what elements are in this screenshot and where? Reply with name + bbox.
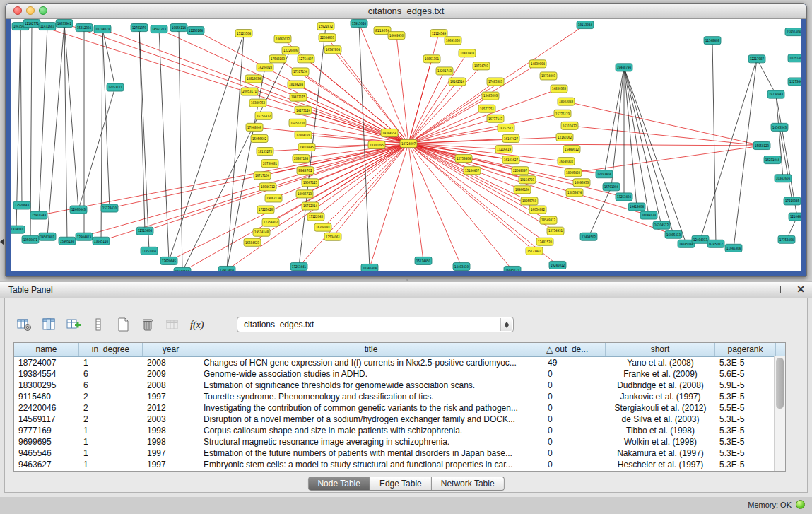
graph-node[interactable]: 16231044 xyxy=(764,156,781,164)
graph-node[interactable]: 14403410 xyxy=(453,262,470,270)
graph-node[interactable]: 17254402 xyxy=(262,218,279,226)
graph-node[interactable]: 12513404 xyxy=(136,227,153,235)
graph-node[interactable]: 19389752 xyxy=(249,99,266,107)
graph-node[interactable]: 17210345 xyxy=(784,197,801,205)
graph-node[interactable]: 11334031 xyxy=(11,226,25,233)
graph-node[interactable]: 12217987 xyxy=(748,55,765,63)
graph-node[interactable]: 19245012 xyxy=(549,261,566,269)
graph-node[interactable]: 16162514 xyxy=(449,78,466,86)
column-header-out_degree[interactable]: △ out_de... xyxy=(543,343,606,356)
graph-node[interactable]: 16096953 xyxy=(573,179,590,187)
graph-node[interactable]: 17225426 xyxy=(257,206,274,214)
table-row[interactable]: 1456911722003Disruption of a novel membe… xyxy=(14,414,785,425)
graph-node[interactable]: 16104512 xyxy=(653,221,670,229)
graph-node[interactable]: 17304128 xyxy=(295,131,312,139)
table-row[interactable]: 1938455462009Genome-wide association stu… xyxy=(14,368,785,380)
graph-node[interactable]: 12160162 xyxy=(556,133,573,141)
graph-node[interactable]: 14543543 xyxy=(771,123,788,131)
graph-node[interactable]: 15754931 xyxy=(547,227,564,235)
graph-node[interactable]: 18300295 xyxy=(368,141,385,148)
graph-node[interactable]: 15056602 xyxy=(251,134,268,142)
graph-node[interactable]: 15775123 xyxy=(554,110,571,117)
graph-node[interactable]: 13067125 xyxy=(302,179,319,187)
graph-node[interactable]: 19154793 xyxy=(519,176,536,184)
graph-node[interactable]: 17253441 xyxy=(290,262,307,270)
citation-network-graph[interactable]: 1872400715123504186600121222608617548183… xyxy=(11,19,801,271)
graph-node[interactable]: 17548183 xyxy=(269,55,286,63)
graph-node[interactable]: 11045304 xyxy=(725,244,742,252)
graph-node[interactable]: 10734023 xyxy=(94,25,111,33)
graph-node[interactable]: 10481903 xyxy=(459,49,476,57)
function-builder-icon[interactable]: f(x) xyxy=(188,315,206,334)
graph-node[interactable]: 12913404 xyxy=(218,266,235,271)
network-canvas[interactable]: 1872400715123504186600121222608617548183… xyxy=(11,19,801,271)
graph-node[interactable]: 14204028 xyxy=(257,64,273,71)
tab-network-table[interactable]: Network Table xyxy=(432,477,505,491)
graph-node[interactable]: 16466164 xyxy=(514,186,531,194)
graph-node[interactable]: 15958123 xyxy=(753,141,770,149)
graph-node[interactable]: 17122045 xyxy=(307,213,324,221)
graph-node[interactable]: 11230164 xyxy=(187,27,204,35)
close-panel-icon[interactable]: ✕ xyxy=(796,284,805,294)
graph-node[interactable]: 16549302 xyxy=(558,158,575,165)
graph-node[interactable]: 10590871 xyxy=(22,235,39,243)
graph-node[interactable]: 16791904 xyxy=(603,183,620,191)
graph-node[interactable]: 17948046 xyxy=(246,123,263,131)
table-row[interactable]: 969969511998Structural magnetic resonanc… xyxy=(14,436,785,448)
scrollbar-thumb[interactable] xyxy=(776,358,784,409)
graph-node[interactable]: 16985413 xyxy=(665,230,682,238)
graph-node[interactable]: 12781370 xyxy=(131,24,148,32)
graph-node[interactable]: 13545124 xyxy=(93,237,110,245)
collapse-panel-arrow-icon[interactable] xyxy=(0,238,4,245)
graph-node[interactable]: 18813034 xyxy=(245,75,262,83)
graph-node[interactable]: 18549312 xyxy=(540,216,557,224)
graph-node[interactable]: 16649950 xyxy=(388,32,405,40)
graph-node[interactable]: 19862134 xyxy=(265,194,282,202)
column-header-pagerank[interactable]: pagerank xyxy=(715,343,776,356)
table-row[interactable]: 1830029562008Estimation of significance … xyxy=(14,380,785,391)
graph-node[interactable]: 12104404 xyxy=(789,213,801,221)
graph-node[interactable]: 15123441 xyxy=(526,247,543,255)
graph-node[interactable]: 10341404 xyxy=(361,264,378,271)
network-view-window[interactable]: citations_edges.txt 18724007151235041866… xyxy=(5,3,807,277)
graph-node[interactable]: 17534061 xyxy=(324,233,341,240)
graph-node[interactable]: 22049097 xyxy=(512,167,529,175)
graph-node[interactable]: 15123410 xyxy=(101,204,118,212)
graph-node[interactable]: 19412175 xyxy=(290,93,307,101)
graph-node[interactable]: 18113044 xyxy=(577,21,594,29)
graph-node[interactable]: 17753404 xyxy=(778,235,795,243)
graph-node[interactable]: 20730481 xyxy=(261,160,278,168)
graph-node[interactable]: 12226086 xyxy=(282,47,299,54)
narrow-column-icon[interactable] xyxy=(89,315,107,334)
graph-node[interactable]: 12142771 xyxy=(23,20,40,28)
graph-node[interactable]: 18757517 xyxy=(498,124,514,132)
graph-node[interactable]: 15123504 xyxy=(235,30,252,37)
graph-node[interactable]: 15905134 xyxy=(59,237,76,245)
graph-node[interactable]: 17517154 xyxy=(292,68,309,76)
graph-node[interactable]: 12273443 xyxy=(788,78,801,86)
network-window-titlebar[interactable]: citations_edges.txt xyxy=(6,4,806,19)
graph-node[interactable]: 19734793 xyxy=(473,62,490,70)
graph-node[interactable]: 12124549 xyxy=(430,30,447,37)
graph-node[interactable]: 16777147 xyxy=(487,115,504,122)
graph-node[interactable]: 19577751 xyxy=(478,105,495,112)
graph-node[interactable]: 12494502 xyxy=(580,233,597,240)
graph-node[interactable]: 18096713 xyxy=(296,190,313,198)
graph-node[interactable]: 16717104 xyxy=(254,172,271,180)
graph-node[interactable]: 19448794 xyxy=(616,64,632,71)
graph-node[interactable]: 12753404 xyxy=(455,155,472,163)
graph-node[interactable]: 14561403 xyxy=(39,233,56,240)
graph-node[interactable]: 16845123 xyxy=(504,266,521,271)
graph-node[interactable]: 15901404 xyxy=(785,28,801,36)
graph-node[interactable]: 11431683 xyxy=(39,23,56,30)
graph-node[interactable]: 15449012 xyxy=(563,146,580,153)
graph-node[interactable]: 18155275 xyxy=(257,148,273,156)
graph-node[interactable]: 9943702 xyxy=(297,167,314,175)
graph-node[interactable]: 16547804 xyxy=(324,46,341,54)
graph-node[interactable]: 16054992 xyxy=(529,206,546,214)
graph-node[interactable]: 14561213 xyxy=(151,25,167,33)
table-row[interactable]: 1872400712008Changes of HCN gene express… xyxy=(14,357,785,368)
graph-node[interactable]: 16310422 xyxy=(561,122,578,129)
graph-node[interactable]: 15485093 xyxy=(482,92,499,100)
graph-node[interactable]: 18184284 xyxy=(288,81,305,88)
